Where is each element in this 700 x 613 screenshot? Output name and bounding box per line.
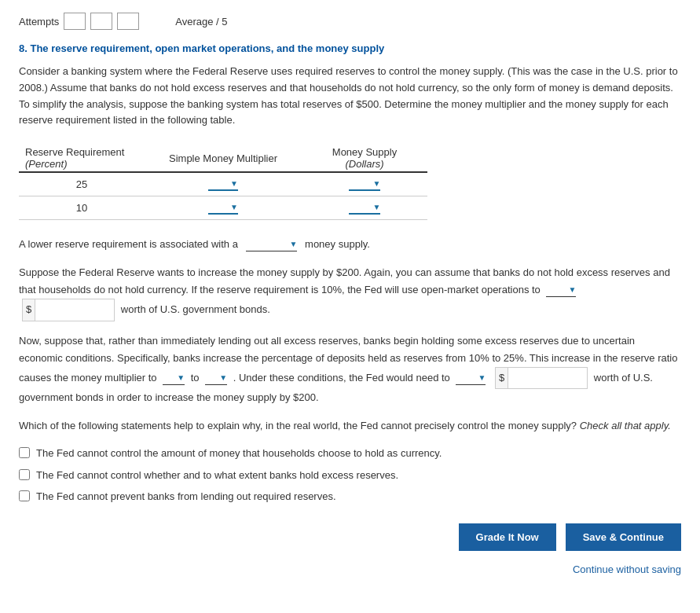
checkbox-3[interactable]: [19, 490, 30, 501]
inline-select-wrapper[interactable]: higher lower the same ▼: [244, 238, 302, 250]
paragraph-excess-reserves: Now, suppose that, rather than immediate…: [19, 332, 681, 406]
checkbox-item-2[interactable]: The Fed cannot control whether and to wh…: [19, 468, 681, 483]
checkbox-item-1[interactable]: The Fed cannot control the amount of mon…: [19, 446, 681, 461]
question-title: 8. The reserve requirement, open market …: [19, 42, 681, 54]
fed-amount-input[interactable]: [508, 370, 587, 385]
multiplier-select-10[interactable]: 4 10: [208, 201, 240, 213]
paragraph-lower-reserve: A lower reserve requirement is associate…: [19, 236, 681, 253]
lower-req-select[interactable]: higher lower the same: [246, 238, 299, 250]
col3-header: Money Supply (Dollars): [302, 145, 427, 172]
average-label: Average / 5: [175, 16, 227, 28]
multiplier-from-select[interactable]: 10 4 2: [163, 372, 186, 384]
attempts-label: Attempts: [19, 16, 59, 28]
money-supply-dropdown-25[interactable]: 2000 5000 ▼: [302, 172, 427, 196]
money-supply-select-25[interactable]: 2000 5000: [349, 178, 383, 189]
attempts-row: Attempts Average / 5: [19, 13, 681, 30]
grade-it-now-button[interactable]: Grade It Now: [459, 523, 556, 551]
continue-without-saving-link[interactable]: Continue without saving: [573, 563, 681, 575]
checkbox-label-2: The Fed cannot control whether and to wh…: [36, 468, 398, 483]
operations-select[interactable]: buy sell: [546, 284, 577, 295]
checkbox-label-1: The Fed cannot control the amount of mon…: [36, 446, 442, 461]
checkbox-item-3[interactable]: The Fed cannot prevent banks from lendin…: [19, 489, 681, 505]
attempt-box-3: [117, 13, 139, 30]
money-supply-dropdown-10[interactable]: 2000 5000 ▼: [302, 196, 427, 220]
table-row: 10 4 10 ▼: [19, 196, 427, 220]
attempt-box-2: [90, 13, 112, 30]
multiplier-to-select[interactable]: 4 2 10: [205, 372, 229, 384]
attempt-box-1: [64, 13, 86, 30]
table-row: 25 4 10 ▼: [19, 172, 427, 196]
multiplier-dropdown-25[interactable]: 4 10 ▼: [145, 172, 302, 196]
paragraph-check-all: Which of the following statements help t…: [19, 417, 681, 435]
checkbox-label-3: The Fed cannot prevent banks from lendin…: [36, 489, 336, 505]
checkbox-section: The Fed cannot control the amount of mon…: [19, 446, 681, 505]
percent-25: 25: [19, 172, 145, 196]
table-section: Reserve Requirement (Percent) Simple Mon…: [19, 145, 681, 220]
button-row: Grade It Now Save & Continue Continue wi…: [19, 523, 681, 575]
reserve-table: Reserve Requirement (Percent) Simple Mon…: [19, 145, 427, 220]
col1-header: Reserve Requirement (Percent): [19, 145, 145, 172]
percent-10: 10: [19, 196, 145, 220]
multiplier-dropdown-10[interactable]: 4 10 ▼: [145, 196, 302, 220]
checkbox-2[interactable]: [19, 469, 30, 480]
col2-header: Simple Money Multiplier: [145, 145, 302, 172]
body-paragraph-1: Consider a banking system where the Fede…: [19, 64, 681, 129]
dollar-sign-2: $: [496, 368, 508, 388]
multiplier-select-25[interactable]: 4 10: [208, 178, 240, 189]
operations-amount-input[interactable]: [35, 303, 114, 318]
dollar-sign: $: [23, 299, 35, 320]
checkbox-1[interactable]: [19, 447, 30, 458]
fed-action-select[interactable]: buy sell: [456, 372, 487, 384]
button-group: Grade It Now Save & Continue: [459, 523, 681, 551]
money-supply-select-10[interactable]: 2000 5000: [349, 201, 383, 213]
save-continue-button[interactable]: Save & Continue: [566, 523, 681, 551]
paragraph-open-market: Suppose the Federal Reserve wants to inc…: [19, 264, 681, 321]
